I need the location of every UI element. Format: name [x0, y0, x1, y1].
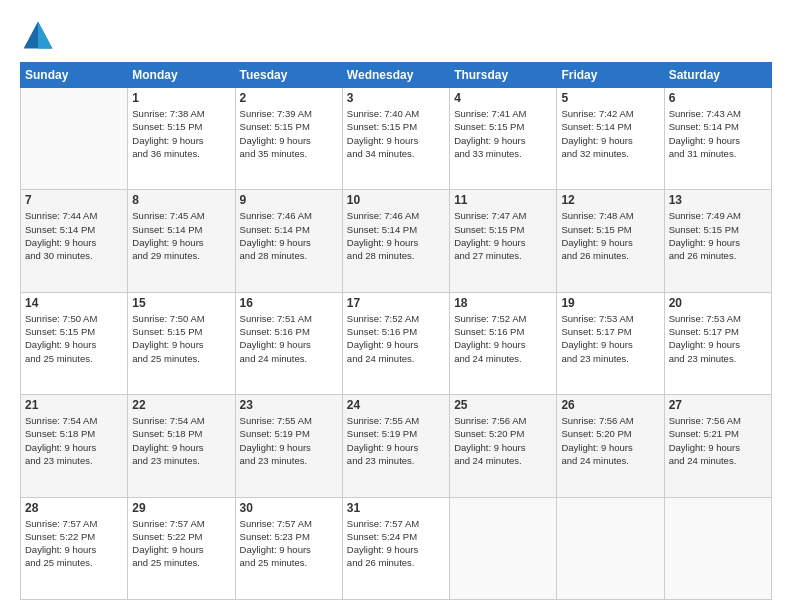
day-number: 1 [132, 91, 230, 105]
day-info: Sunrise: 7:43 AM Sunset: 5:14 PM Dayligh… [669, 107, 767, 160]
day-info: Sunrise: 7:55 AM Sunset: 5:19 PM Dayligh… [347, 414, 445, 467]
calendar-cell: 2Sunrise: 7:39 AM Sunset: 5:15 PM Daylig… [235, 88, 342, 190]
day-number: 24 [347, 398, 445, 412]
day-info: Sunrise: 7:50 AM Sunset: 5:15 PM Dayligh… [25, 312, 123, 365]
calendar-cell: 23Sunrise: 7:55 AM Sunset: 5:19 PM Dayli… [235, 395, 342, 497]
calendar-cell: 18Sunrise: 7:52 AM Sunset: 5:16 PM Dayli… [450, 292, 557, 394]
day-info: Sunrise: 7:38 AM Sunset: 5:15 PM Dayligh… [132, 107, 230, 160]
logo-icon [20, 18, 56, 54]
day-number: 13 [669, 193, 767, 207]
calendar-cell: 27Sunrise: 7:56 AM Sunset: 5:21 PM Dayli… [664, 395, 771, 497]
calendar-cell: 22Sunrise: 7:54 AM Sunset: 5:18 PM Dayli… [128, 395, 235, 497]
calendar-cell: 1Sunrise: 7:38 AM Sunset: 5:15 PM Daylig… [128, 88, 235, 190]
calendar-cell: 13Sunrise: 7:49 AM Sunset: 5:15 PM Dayli… [664, 190, 771, 292]
day-info: Sunrise: 7:47 AM Sunset: 5:15 PM Dayligh… [454, 209, 552, 262]
day-number: 22 [132, 398, 230, 412]
calendar-cell: 6Sunrise: 7:43 AM Sunset: 5:14 PM Daylig… [664, 88, 771, 190]
calendar-cell: 31Sunrise: 7:57 AM Sunset: 5:24 PM Dayli… [342, 497, 449, 599]
day-number: 15 [132, 296, 230, 310]
day-info: Sunrise: 7:56 AM Sunset: 5:21 PM Dayligh… [669, 414, 767, 467]
day-number: 19 [561, 296, 659, 310]
calendar-cell: 17Sunrise: 7:52 AM Sunset: 5:16 PM Dayli… [342, 292, 449, 394]
day-number: 30 [240, 501, 338, 515]
calendar-cell: 7Sunrise: 7:44 AM Sunset: 5:14 PM Daylig… [21, 190, 128, 292]
calendar-table: SundayMondayTuesdayWednesdayThursdayFrid… [20, 62, 772, 600]
day-number: 11 [454, 193, 552, 207]
day-number: 10 [347, 193, 445, 207]
day-info: Sunrise: 7:57 AM Sunset: 5:24 PM Dayligh… [347, 517, 445, 570]
day-number: 6 [669, 91, 767, 105]
calendar-cell: 24Sunrise: 7:55 AM Sunset: 5:19 PM Dayli… [342, 395, 449, 497]
calendar-cell: 21Sunrise: 7:54 AM Sunset: 5:18 PM Dayli… [21, 395, 128, 497]
calendar-cell: 20Sunrise: 7:53 AM Sunset: 5:17 PM Dayli… [664, 292, 771, 394]
day-info: Sunrise: 7:40 AM Sunset: 5:15 PM Dayligh… [347, 107, 445, 160]
calendar-week-row: 21Sunrise: 7:54 AM Sunset: 5:18 PM Dayli… [21, 395, 772, 497]
day-number: 4 [454, 91, 552, 105]
day-info: Sunrise: 7:55 AM Sunset: 5:19 PM Dayligh… [240, 414, 338, 467]
day-info: Sunrise: 7:57 AM Sunset: 5:22 PM Dayligh… [25, 517, 123, 570]
header [20, 18, 772, 54]
day-number: 18 [454, 296, 552, 310]
day-number: 7 [25, 193, 123, 207]
calendar-day-header: Sunday [21, 63, 128, 88]
day-info: Sunrise: 7:52 AM Sunset: 5:16 PM Dayligh… [454, 312, 552, 365]
day-info: Sunrise: 7:41 AM Sunset: 5:15 PM Dayligh… [454, 107, 552, 160]
page: SundayMondayTuesdayWednesdayThursdayFrid… [0, 0, 792, 612]
calendar-day-header: Saturday [664, 63, 771, 88]
day-number: 14 [25, 296, 123, 310]
day-info: Sunrise: 7:42 AM Sunset: 5:14 PM Dayligh… [561, 107, 659, 160]
day-info: Sunrise: 7:53 AM Sunset: 5:17 PM Dayligh… [669, 312, 767, 365]
calendar-cell [450, 497, 557, 599]
calendar-cell [557, 497, 664, 599]
day-info: Sunrise: 7:57 AM Sunset: 5:22 PM Dayligh… [132, 517, 230, 570]
day-number: 21 [25, 398, 123, 412]
calendar-week-row: 7Sunrise: 7:44 AM Sunset: 5:14 PM Daylig… [21, 190, 772, 292]
calendar-cell: 10Sunrise: 7:46 AM Sunset: 5:14 PM Dayli… [342, 190, 449, 292]
day-number: 8 [132, 193, 230, 207]
day-number: 20 [669, 296, 767, 310]
calendar-cell: 5Sunrise: 7:42 AM Sunset: 5:14 PM Daylig… [557, 88, 664, 190]
day-info: Sunrise: 7:48 AM Sunset: 5:15 PM Dayligh… [561, 209, 659, 262]
day-number: 17 [347, 296, 445, 310]
day-number: 3 [347, 91, 445, 105]
day-info: Sunrise: 7:53 AM Sunset: 5:17 PM Dayligh… [561, 312, 659, 365]
day-info: Sunrise: 7:51 AM Sunset: 5:16 PM Dayligh… [240, 312, 338, 365]
day-info: Sunrise: 7:54 AM Sunset: 5:18 PM Dayligh… [25, 414, 123, 467]
day-info: Sunrise: 7:54 AM Sunset: 5:18 PM Dayligh… [132, 414, 230, 467]
calendar-day-header: Monday [128, 63, 235, 88]
day-number: 9 [240, 193, 338, 207]
calendar-cell: 16Sunrise: 7:51 AM Sunset: 5:16 PM Dayli… [235, 292, 342, 394]
day-number: 12 [561, 193, 659, 207]
calendar-day-header: Wednesday [342, 63, 449, 88]
calendar-cell: 8Sunrise: 7:45 AM Sunset: 5:14 PM Daylig… [128, 190, 235, 292]
day-info: Sunrise: 7:46 AM Sunset: 5:14 PM Dayligh… [240, 209, 338, 262]
day-number: 29 [132, 501, 230, 515]
day-info: Sunrise: 7:45 AM Sunset: 5:14 PM Dayligh… [132, 209, 230, 262]
calendar-cell: 15Sunrise: 7:50 AM Sunset: 5:15 PM Dayli… [128, 292, 235, 394]
calendar-cell: 28Sunrise: 7:57 AM Sunset: 5:22 PM Dayli… [21, 497, 128, 599]
calendar-week-row: 14Sunrise: 7:50 AM Sunset: 5:15 PM Dayli… [21, 292, 772, 394]
day-info: Sunrise: 7:46 AM Sunset: 5:14 PM Dayligh… [347, 209, 445, 262]
day-number: 31 [347, 501, 445, 515]
calendar-week-row: 28Sunrise: 7:57 AM Sunset: 5:22 PM Dayli… [21, 497, 772, 599]
calendar-cell [664, 497, 771, 599]
day-number: 16 [240, 296, 338, 310]
day-number: 25 [454, 398, 552, 412]
calendar-cell: 3Sunrise: 7:40 AM Sunset: 5:15 PM Daylig… [342, 88, 449, 190]
logo [20, 18, 62, 54]
calendar-cell: 9Sunrise: 7:46 AM Sunset: 5:14 PM Daylig… [235, 190, 342, 292]
calendar-day-header: Friday [557, 63, 664, 88]
day-number: 27 [669, 398, 767, 412]
calendar-cell: 12Sunrise: 7:48 AM Sunset: 5:15 PM Dayli… [557, 190, 664, 292]
day-number: 5 [561, 91, 659, 105]
calendar-cell: 14Sunrise: 7:50 AM Sunset: 5:15 PM Dayli… [21, 292, 128, 394]
calendar-day-header: Thursday [450, 63, 557, 88]
calendar-cell: 29Sunrise: 7:57 AM Sunset: 5:22 PM Dayli… [128, 497, 235, 599]
calendar-week-row: 1Sunrise: 7:38 AM Sunset: 5:15 PM Daylig… [21, 88, 772, 190]
svg-marker-1 [38, 22, 52, 49]
calendar-cell: 25Sunrise: 7:56 AM Sunset: 5:20 PM Dayli… [450, 395, 557, 497]
day-number: 2 [240, 91, 338, 105]
day-number: 28 [25, 501, 123, 515]
calendar-cell: 4Sunrise: 7:41 AM Sunset: 5:15 PM Daylig… [450, 88, 557, 190]
day-info: Sunrise: 7:56 AM Sunset: 5:20 PM Dayligh… [561, 414, 659, 467]
